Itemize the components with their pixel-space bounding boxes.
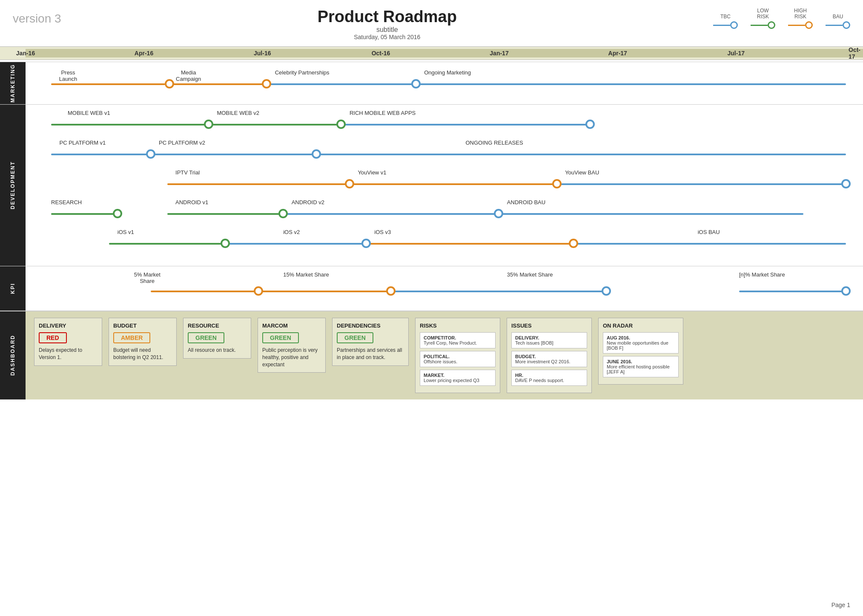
tl-jan17: Jan-17 — [490, 50, 508, 57]
issues-card: ISSUES DELIVERY. Tech issues [BOB] BUDGE… — [507, 318, 592, 393]
marketing-label: MARKETING — [0, 62, 26, 104]
sections-wrapper: MARKETING PressLaunch MediaCampaign Cele… — [0, 62, 863, 311]
ios-v2-label: iOS v2 — [283, 229, 300, 235]
ios-bau-label: iOS BAU — [698, 229, 720, 235]
on-radar-aug: AUG 2016. New mobile opportunities due [… — [603, 332, 679, 354]
media-campaign-line — [170, 83, 270, 85]
issues-delivery-title: DELIVERY. — [515, 335, 583, 340]
research-label: RESEARCH — [51, 199, 82, 205]
kpi-content: 5% MarketShare 15% Market Share 35% Mark… — [26, 266, 863, 311]
tl-apr16: Apr-16 — [135, 50, 153, 57]
resource-card: RESOURCE GREEN All resource on track. — [183, 318, 251, 359]
issues-budget: BUDGET. More investment Q2 2016. — [511, 351, 587, 367]
date-label: Saturday, 05 March 2016 — [318, 34, 457, 40]
risks-competitor-text: Tyrell Corp, New Product. — [424, 340, 492, 345]
celebrity-circle — [411, 79, 421, 88]
marketing-lane-1: PressLaunch MediaCampaign Celebrity Part… — [26, 67, 854, 99]
legend-low-risk-line — [751, 21, 775, 29]
risks-political-title: POLITICAL. — [424, 354, 492, 359]
legend: TBC LOWRISK HIGHRISK BAU — [713, 8, 850, 31]
tl-oct16: Oct-16 — [372, 50, 390, 57]
budget-badge: AMBER — [113, 332, 150, 343]
risks-card: RISKS COMPETITOR. Tyrell Corp, New Produ… — [415, 318, 500, 393]
budget-text: Budget will need bolstering in Q2 2011. — [113, 347, 172, 361]
risks-title: RISKS — [420, 322, 496, 329]
ios-v3-label: iOS v3 — [374, 229, 391, 235]
development-content: MOBILE WEB v1 MOBILE WEB v2 RICH MOBILE … — [26, 105, 863, 266]
risks-competitor-title: COMPETITOR. — [424, 335, 492, 340]
risks-market-title: MARKET. — [424, 373, 492, 378]
ongoing-marketing-label: Ongoing Marketing — [424, 69, 471, 76]
issues-delivery-text: Tech issues [BOB] — [515, 340, 583, 345]
kpi-35pct-label: 35% Market Share — [507, 271, 553, 278]
tl-jul16: Jul-16 — [254, 50, 271, 57]
kpi-15pct-label: 15% Market Share — [283, 271, 329, 278]
legend-tbc-label: TBC — [720, 14, 731, 20]
ongoing-releases-label: ONGOING RELEASES — [466, 140, 523, 146]
marcom-text: Public perception is very healthy, posit… — [262, 347, 321, 368]
issues-budget-title: BUDGET. — [515, 354, 583, 359]
issues-hr-text: DAVE P needs support. — [515, 378, 583, 383]
kpi-npct-label: [n]% Market Share — [739, 271, 785, 278]
kpi-section: KPI 5% MarketShare 15% Market Share 35% … — [0, 266, 863, 311]
on-radar-june: JUNE 2016. More efficient hosting possib… — [603, 356, 679, 377]
android-v1-label: ANDROID v1 — [175, 199, 208, 205]
tl-jan16: Jan-16 — [16, 50, 35, 57]
pc-v1-label: PC PLATFORM v1 — [59, 140, 106, 146]
delivery-title: DELIVERY — [39, 322, 97, 329]
legend-low-risk-label: LOWRISK — [757, 8, 769, 20]
dependencies-badge: GREEN — [337, 332, 373, 343]
mobile-web-v1-label: MOBILE WEB v1 — [68, 110, 110, 116]
press-launch-line — [51, 83, 165, 85]
iptv-label: IPTV Trial — [175, 169, 200, 176]
risks-political-text: Offshore issues. — [424, 359, 492, 364]
on-radar-june-title: JUNE 2016. — [607, 359, 675, 364]
on-radar-aug-title: AUG 2016. — [607, 335, 675, 340]
delivery-card: DELIVERY RED Delays expected to Version … — [34, 318, 102, 366]
rich-mobile-label: RICH MOBILE WEB APPS — [350, 110, 416, 116]
press-launch-label: PressLaunch — [51, 69, 85, 82]
press-launch-circle — [165, 79, 174, 88]
dev-lane-mobile-web: MOBILE WEB v1 MOBILE WEB v2 RICH MOBILE … — [26, 108, 854, 137]
dev-lane-iptv: IPTV Trial YouView v1 YouView BAU — [26, 167, 854, 196]
marcom-card: MARCOM GREEN Public perception is very h… — [258, 318, 326, 373]
budget-title: BUDGET — [113, 322, 172, 329]
development-label: DEVELOPMENT — [0, 105, 26, 266]
budget-card: BUDGET AMBER Budget will need bolstering… — [109, 318, 177, 366]
title-block: Product Roadmap subtitle Saturday, 05 Ma… — [318, 8, 457, 40]
legend-tbc-line — [713, 21, 738, 29]
page-number: Page 1 — [831, 602, 850, 608]
celebrity-line — [267, 83, 424, 85]
resource-text: All resource on track. — [188, 347, 247, 354]
media-campaign-circle — [262, 79, 271, 88]
legend-tbc: TBC — [713, 14, 738, 29]
dependencies-title: DEPENDENCIES — [337, 322, 404, 329]
version-label: version 3 — [13, 12, 61, 26]
timeline-axis: Jan-16 Apr-16 Jul-16 Oct-16 Jan-17 Apr-1… — [0, 46, 863, 60]
celebrity-label: Celebrity Partnerships — [275, 69, 330, 76]
android-v2-label: ANDROID v2 — [292, 199, 324, 205]
legend-bau-line — [826, 21, 850, 29]
legend-bau-label: BAU — [833, 14, 843, 20]
media-campaign-label: MediaCampaign — [176, 69, 201, 82]
issues-hr: HR. DAVE P needs support. — [511, 370, 587, 386]
dashboard-label: DASHBOARD — [0, 311, 26, 399]
issues-title: ISSUES — [511, 322, 587, 329]
risks-market-text: Lower pricing expected Q3 — [424, 378, 492, 383]
risks-competitor: COMPETITOR. Tyrell Corp, New Product. — [420, 332, 496, 348]
kpi-label: KPI — [0, 266, 26, 311]
youview-bau-label: YouView BAU — [565, 169, 599, 176]
legend-bau: BAU — [826, 14, 850, 29]
kpi-5pct-label: 5% MarketShare — [134, 271, 161, 284]
android-bau-label: ANDROID BAU — [507, 199, 545, 205]
ongoing-marketing-line — [416, 83, 846, 85]
ios-v1-label: iOS v1 — [118, 229, 134, 235]
on-radar-card: ON RADAR AUG 2016. New mobile opportunit… — [598, 318, 683, 385]
marketing-content: PressLaunch MediaCampaign Celebrity Part… — [26, 62, 863, 104]
legend-high-risk-line — [788, 21, 813, 29]
dashboard-content: DELIVERY RED Delays expected to Version … — [26, 311, 863, 399]
issues-delivery: DELIVERY. Tech issues [BOB] — [511, 332, 587, 348]
dev-lane-android: RESEARCH ANDROID v1 ANDROID v2 ANDROID B… — [26, 197, 854, 226]
delivery-badge: RED — [39, 332, 67, 343]
on-radar-aug-text: New mobile opportunities due [BOB F] — [607, 340, 675, 351]
